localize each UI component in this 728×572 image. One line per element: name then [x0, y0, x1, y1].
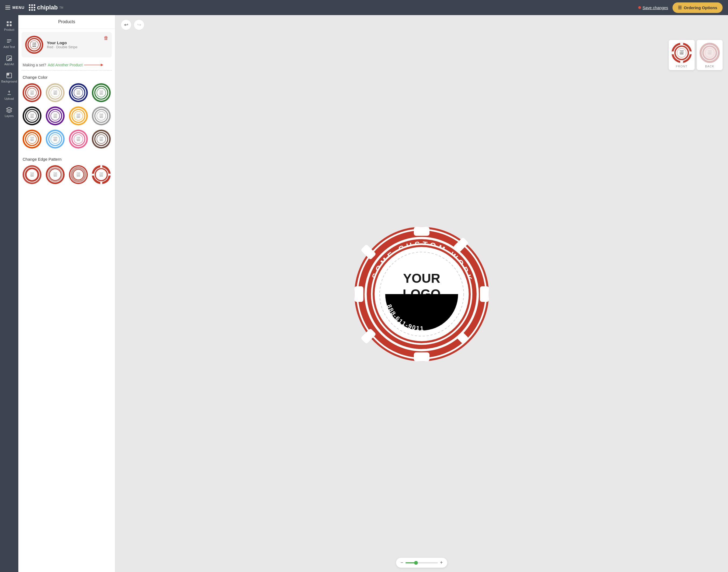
chip-black: YOUR LOGO HERE	[22, 106, 42, 126]
color-chip-silver[interactable]: YOUR LOGO HERE	[91, 105, 112, 126]
thumb-back-svg: YOUR LOGO HERE	[699, 42, 720, 64]
making-set-text: Making a set?	[23, 63, 46, 67]
color-chip-brown[interactable]: YOUR LOGO HERE	[91, 129, 112, 150]
menu-button[interactable]: MENU	[5, 5, 24, 10]
upload-icon	[6, 89, 12, 96]
svg-text:LOGO: LOGO	[53, 115, 57, 117]
svg-text:YOUR: YOUR	[680, 51, 683, 52]
svg-text:YOUR: YOUR	[30, 172, 34, 174]
chip-purple: YOUR LOGO HERE	[45, 106, 65, 126]
svg-text:LOGO: LOGO	[708, 52, 712, 53]
layers-icon	[6, 107, 12, 113]
svg-rect-134	[680, 61, 683, 63]
sidebar-item-layers[interactable]: Layers	[1, 104, 17, 120]
zoom-in-button[interactable]: +	[440, 560, 443, 566]
sidebar-item-add-text[interactable]: Add Text	[1, 35, 17, 51]
color-chip-green[interactable]: YOUR LOGO HERE	[91, 82, 112, 103]
product-name: Your Logo	[47, 41, 108, 45]
undo-button[interactable]: ↩	[121, 19, 132, 30]
thumb-front-svg: YOUR LOGO HERE	[671, 42, 693, 64]
edge-chip-2[interactable]: YOUR LOGO HERE	[45, 164, 66, 185]
edge-chip-svg-1: YOUR LOGO HERE	[22, 165, 42, 185]
svg-text:HERE: HERE	[77, 140, 80, 141]
svg-text:HERE: HERE	[77, 176, 80, 177]
redo-button[interactable]: ↪	[134, 19, 144, 30]
list-icon: ☰	[678, 5, 682, 10]
edge-chip-1[interactable]: YOUR LOGO HERE	[21, 164, 43, 185]
svg-rect-2	[7, 24, 9, 26]
svg-text:YOUR: YOUR	[99, 172, 103, 174]
svg-rect-0	[7, 21, 9, 23]
sidebar-item-background[interactable]: Background	[1, 70, 17, 86]
thumbnail-front[interactable]: YOUR LOGO HERE FRONT	[669, 40, 695, 70]
svg-text:YOUR: YOUR	[403, 271, 440, 285]
svg-text:LOGO: LOGO	[99, 115, 103, 117]
sidebar-item-product[interactable]: Product	[1, 18, 17, 34]
sidebar-item-upload[interactable]: Upload	[1, 87, 17, 103]
svg-rect-151	[414, 227, 429, 235]
color-chip-cream[interactable]: YOUR LOGO HERE	[45, 82, 66, 103]
svg-text:HERE: HERE	[53, 117, 57, 118]
delete-product-button[interactable]: 🗑	[104, 35, 108, 41]
chip-yellow: YOUR LOGO HERE	[68, 106, 88, 126]
logo-dots-icon	[29, 4, 35, 11]
svg-text:LOGO: LOGO	[99, 138, 103, 140]
panel-header: Products	[18, 15, 115, 29]
edge-chip-svg-4: YOUR LOGO HERE	[91, 165, 111, 185]
svg-rect-153	[354, 286, 363, 302]
sidebar-label-product: Product	[4, 28, 14, 31]
edge-chip-svg-2: YOUR LOGO HERE	[45, 165, 65, 185]
hamburger-icon	[5, 6, 10, 9]
add-another-product-link[interactable]: Add Another Product	[48, 63, 82, 67]
svg-text:YOUR: YOUR	[30, 114, 34, 115]
save-changes-label: Save changes	[643, 5, 668, 10]
svg-text:HERE: HERE	[100, 93, 103, 95]
color-chip-yellow[interactable]: YOUR LOGO HERE	[68, 105, 89, 126]
thumb-front-label: FRONT	[676, 65, 687, 68]
svg-text:YOUR: YOUR	[77, 172, 80, 174]
svg-text:YOUR: YOUR	[53, 114, 57, 115]
product-card: YOUR LOGO HERE Your Logo Red · Double St…	[21, 32, 112, 57]
color-chip-purple[interactable]: YOUR LOGO HERE	[45, 105, 66, 126]
logo: chiplabTM	[29, 4, 63, 11]
background-icon	[6, 72, 12, 79]
ordering-options-button[interactable]: ☰ Ordering Options	[672, 2, 723, 13]
svg-text:HERE: HERE	[30, 117, 34, 118]
image-icon	[6, 55, 12, 62]
big-chip: SOME CUSTOM WORK YOUR LOGO HERE	[351, 224, 492, 364]
arrow-icon	[84, 63, 106, 67]
sidebar-label-background: Background	[1, 80, 17, 83]
main-chip-svg: SOME CUSTOM WORK YOUR LOGO HERE	[351, 224, 492, 364]
svg-text:HERE: HERE	[100, 176, 103, 177]
save-changes-button[interactable]: Save changes	[638, 5, 668, 10]
svg-text:YOUR: YOUR	[77, 114, 80, 115]
svg-text:HERE: HERE	[680, 53, 683, 55]
zoom-out-button[interactable]: −	[400, 560, 403, 566]
icon-sidebar: Product Add Text Add Art Background Uplo…	[0, 15, 18, 572]
color-chip-orange[interactable]: YOUR LOGO HERE	[21, 129, 43, 150]
svg-text:HERE: HERE	[30, 176, 34, 177]
color-chip-red[interactable]: YOUR LOGO HERE	[21, 82, 43, 103]
edge-grid: YOUR LOGO HERE YOUR LOGO HERE	[18, 164, 115, 191]
zoom-control: − +	[396, 558, 447, 568]
edge-chip-4[interactable]: YOUR LOGO HERE	[91, 164, 112, 185]
color-chip-black[interactable]: YOUR LOGO HERE	[21, 105, 43, 126]
sidebar-label-add-art: Add Art	[4, 63, 14, 66]
svg-text:YOUR: YOUR	[99, 137, 103, 138]
color-chip-pink[interactable]: YOUR LOGO HERE	[68, 129, 89, 150]
svg-rect-152	[414, 352, 429, 361]
making-set-row: Making a set? Add Another Product	[18, 61, 115, 70]
sidebar-item-add-art[interactable]: Add Art	[1, 52, 17, 68]
thumbnail-back[interactable]: YOUR LOGO HERE BACK	[697, 40, 723, 70]
color-chip-light-blue[interactable]: YOUR LOGO HERE	[45, 129, 66, 150]
chip-silver: YOUR LOGO HERE	[91, 106, 111, 126]
edge-chip-3[interactable]: YOUR LOGO HERE	[68, 164, 89, 185]
thumb-back-label: BACK	[705, 65, 714, 68]
zoom-slider[interactable]	[405, 562, 438, 563]
edge-chip-svg-3: YOUR LOGO HERE	[68, 165, 88, 185]
product-thumbnail: YOUR LOGO HERE	[25, 35, 44, 54]
svg-text:HERE: HERE	[100, 117, 103, 118]
color-chip-blue[interactable]: YOUR LOGO HERE	[68, 82, 89, 103]
svg-rect-3	[10, 24, 12, 26]
svg-text:LOGO: LOGO	[30, 92, 34, 93]
